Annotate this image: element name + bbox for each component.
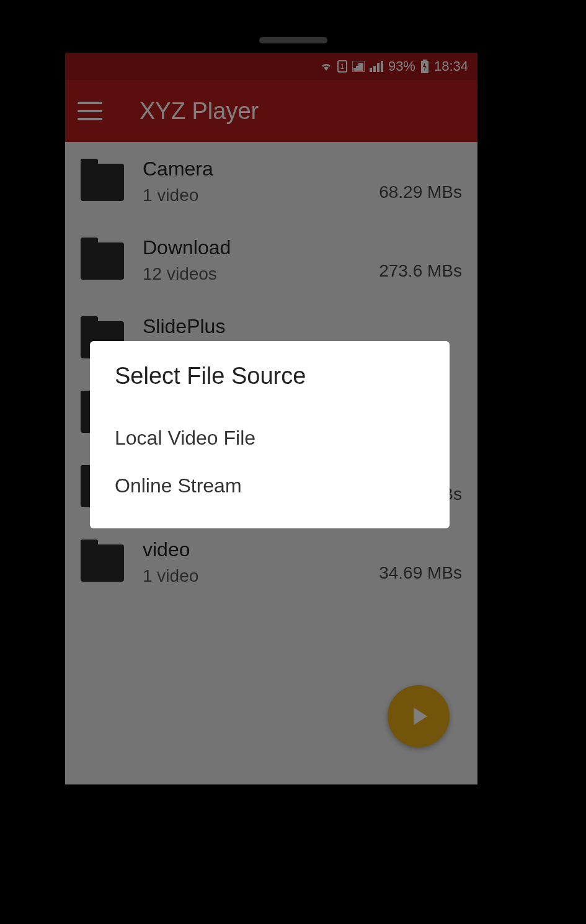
option-local-video[interactable]: Local Video File xyxy=(115,414,425,462)
dialog-title: Select File Source xyxy=(115,363,425,389)
speaker xyxy=(259,37,327,43)
file-source-dialog: Select File Source Local Video File Onli… xyxy=(90,341,450,528)
option-online-stream[interactable]: Online Stream xyxy=(115,462,425,510)
